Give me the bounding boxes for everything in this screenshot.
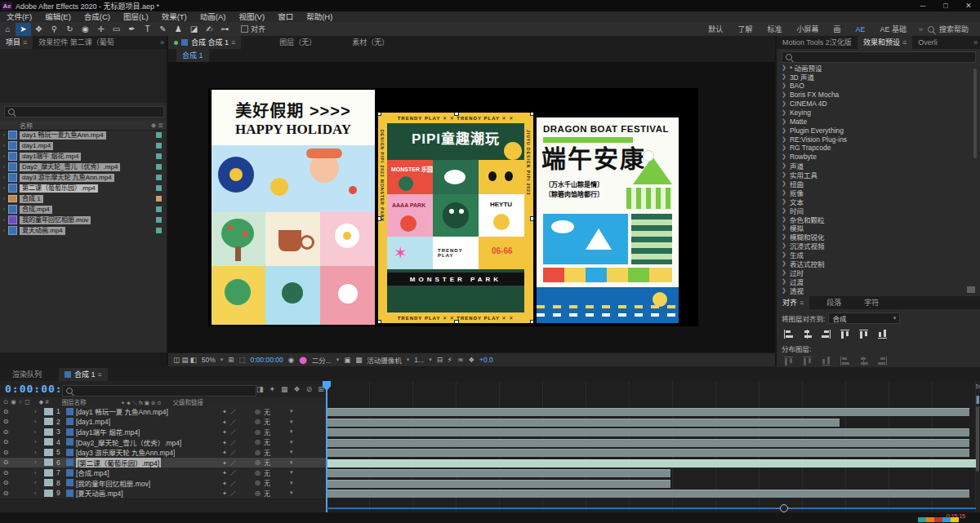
menu-item[interactable]: 窗口 bbox=[271, 11, 300, 22]
layer-color-chip[interactable] bbox=[44, 438, 53, 445]
hide-shy-icon[interactable]: ▦ bbox=[281, 385, 288, 393]
layer-switches[interactable]: ✦／ bbox=[222, 459, 255, 467]
disclosure-arrow-icon[interactable]: ❯ bbox=[782, 100, 786, 107]
close-button[interactable]: ✕ bbox=[957, 0, 980, 11]
workspace-item[interactable]: AE bbox=[848, 25, 872, 33]
disclosure-arrow-icon[interactable]: ❯ bbox=[782, 224, 786, 231]
tab-effect-controls[interactable]: 效果控件 第二课（葡萄 bbox=[33, 36, 120, 49]
minimize-button[interactable]: ─ bbox=[911, 0, 934, 11]
effects-category-row[interactable]: ❯Rowbyte bbox=[777, 153, 980, 162]
layer-switches[interactable]: ✦／ bbox=[222, 479, 255, 487]
column-name[interactable]: 名称 bbox=[20, 121, 33, 130]
project-item-row[interactable]: › Day2_摩天轮_雪儿（优秀）.mp4 bbox=[0, 162, 167, 172]
effects-category-row[interactable]: ❯* 动画预设 bbox=[777, 64, 980, 73]
effects-category-row[interactable]: ❯抠像 bbox=[777, 188, 980, 197]
effects-category-row[interactable]: ❯RE:Vision Plug-ins bbox=[777, 135, 980, 144]
item-name[interactable]: 合成.mp4 bbox=[20, 206, 52, 214]
distribute-button[interactable] bbox=[858, 357, 869, 366]
panel-divider[interactable] bbox=[775, 36, 777, 366]
layer-duration-bar[interactable] bbox=[327, 408, 969, 416]
layer-switches[interactable]: ✦／ bbox=[222, 418, 255, 426]
disclosure-arrow-icon[interactable]: ❯ bbox=[782, 171, 786, 178]
timeline-search-input[interactable] bbox=[62, 385, 256, 397]
effects-category-row[interactable]: ❯3D 声道 bbox=[777, 73, 980, 82]
item-name[interactable]: day1 畅玩一夏九鱼Ann.mp4 bbox=[20, 131, 106, 140]
tab-paragraph[interactable]: 段落 bbox=[821, 296, 847, 309]
magnification-icons[interactable]: ◫ ▤ ◧ bbox=[173, 356, 197, 364]
workspace-item[interactable]: AE 基础 bbox=[872, 24, 914, 34]
twirl-icon[interactable]: › bbox=[34, 470, 44, 476]
eye-icon[interactable]: ⊙ bbox=[0, 449, 11, 456]
flowchart-icon[interactable]: ❖ bbox=[468, 356, 474, 364]
av-feature-icons[interactable]: ⊙◉○◻ bbox=[3, 398, 33, 406]
fast-previews-icon[interactable]: ⚡ bbox=[448, 356, 452, 364]
item-name[interactable]: 我的童年回忆相册.mov bbox=[20, 216, 91, 224]
menu-item[interactable]: 帮助(H) bbox=[300, 11, 339, 22]
tool-button[interactable]: ✛ bbox=[93, 23, 109, 36]
disclosure-arrow-icon[interactable]: ❯ bbox=[782, 82, 786, 89]
selection-handle[interactable] bbox=[454, 320, 459, 323]
resize-grip[interactable] bbox=[967, 286, 975, 293]
tab-render-queue[interactable]: 渲染队列 bbox=[7, 368, 47, 381]
align-button[interactable] bbox=[840, 329, 849, 339]
tool-button[interactable]: ▭ bbox=[109, 23, 124, 36]
align-button[interactable] bbox=[821, 330, 831, 339]
effects-category-row[interactable]: ❯透视 bbox=[777, 286, 980, 295]
disclosure-arrow-icon[interactable]: ❯ bbox=[782, 153, 786, 160]
item-name[interactable]: 合成 1 bbox=[20, 195, 43, 203]
panel-menu-icon[interactable]: ≡ bbox=[23, 38, 27, 47]
effects-category-row[interactable]: ❯Matte bbox=[777, 117, 980, 126]
eye-icon[interactable]: ⊙ bbox=[0, 438, 11, 445]
timeline-layer-row[interactable]: ⊙ › 5 [day3 游乐摩天轮 九鱼Ann.mp4] ✦／ ◎无▾ bbox=[0, 447, 327, 459]
scroll-track[interactable] bbox=[327, 507, 976, 509]
layer-switches[interactable]: ✦／ bbox=[222, 407, 255, 415]
pickwhip-icon[interactable]: ◎ bbox=[255, 479, 261, 486]
layer-color-chip[interactable] bbox=[44, 418, 53, 425]
exposure-value[interactable]: +0.0 bbox=[479, 356, 493, 364]
pickwhip-icon[interactable]: ◎ bbox=[255, 469, 261, 476]
project-item-row[interactable]: › 合成.mp4 bbox=[0, 204, 167, 215]
layer-duration-bar[interactable] bbox=[327, 480, 670, 488]
camera-select[interactable]: 活动摄像机 bbox=[367, 355, 402, 365]
effects-category-row[interactable]: ❯声道 bbox=[777, 162, 980, 171]
timeline-horizontal-scrollbar[interactable] bbox=[327, 505, 976, 512]
parent-link-cell[interactable]: ◎无▾ bbox=[255, 468, 327, 477]
layer-switches[interactable]: ✦／ bbox=[222, 438, 255, 446]
twirl-icon[interactable]: › bbox=[34, 419, 44, 424]
tool-button[interactable]: ⊶ bbox=[217, 23, 233, 36]
twirl-icon[interactable]: › bbox=[34, 429, 44, 435]
layer-switches[interactable]: ✦／ bbox=[222, 468, 255, 476]
parent-link-cell[interactable]: ◎无▾ bbox=[255, 458, 327, 467]
layer-name[interactable]: [day1 畅玩一夏 九鱼Ann.mp4] bbox=[76, 406, 168, 416]
menu-item[interactable]: 图层(L) bbox=[117, 11, 155, 22]
roi-icon[interactable]: ▣ bbox=[344, 356, 350, 364]
eye-icon[interactable]: ⊙ bbox=[0, 418, 11, 425]
effects-category-row[interactable]: ❯过时 bbox=[777, 268, 980, 277]
tool-button[interactable]: ✎ bbox=[155, 23, 171, 36]
twirl-icon[interactable]: › bbox=[34, 490, 44, 496]
effects-category-row[interactable]: ❯CINEMA 4D bbox=[777, 100, 980, 109]
pickwhip-icon[interactable]: ◎ bbox=[255, 408, 261, 415]
workspace-item[interactable]: 了解 bbox=[730, 24, 760, 34]
tab-effects-presets[interactable]: 效果和预设≡ bbox=[858, 36, 912, 49]
twirl-icon[interactable]: › bbox=[34, 439, 44, 445]
disclosure-arrow-icon[interactable]: ❯ bbox=[782, 91, 786, 98]
effects-category-row[interactable]: ❯杂色和颗粒 bbox=[777, 215, 980, 224]
parent-link-cell[interactable]: ◎无▾ bbox=[255, 407, 327, 416]
viewer-timecode[interactable]: 0:00:00:00 bbox=[251, 356, 283, 364]
parent-link-cell[interactable]: ◎无▾ bbox=[255, 428, 327, 437]
disclosure-arrow-icon[interactable]: ❯ bbox=[782, 260, 786, 267]
column-layer-name[interactable]: 图层名称 bbox=[62, 397, 87, 406]
channels-icon[interactable]: ⬤ bbox=[299, 356, 307, 364]
item-name[interactable]: 夏天动画.mp4 bbox=[20, 227, 65, 235]
view-layout-select[interactable]: 1... bbox=[414, 356, 424, 364]
layer-color-chip[interactable] bbox=[44, 428, 53, 436]
align-button[interactable] bbox=[783, 330, 794, 339]
layer-bars-area[interactable] bbox=[327, 381, 976, 512]
layer-name[interactable]: [合成.mp4] bbox=[76, 468, 109, 477]
effects-category-row[interactable]: ❯RG Trapcode bbox=[777, 144, 980, 153]
parent-link-cell[interactable]: ◎无▾ bbox=[255, 478, 327, 487]
layer-color-chip[interactable] bbox=[44, 459, 53, 466]
playhead-line[interactable] bbox=[326, 381, 327, 512]
label-color-chip[interactable] bbox=[156, 228, 162, 233]
